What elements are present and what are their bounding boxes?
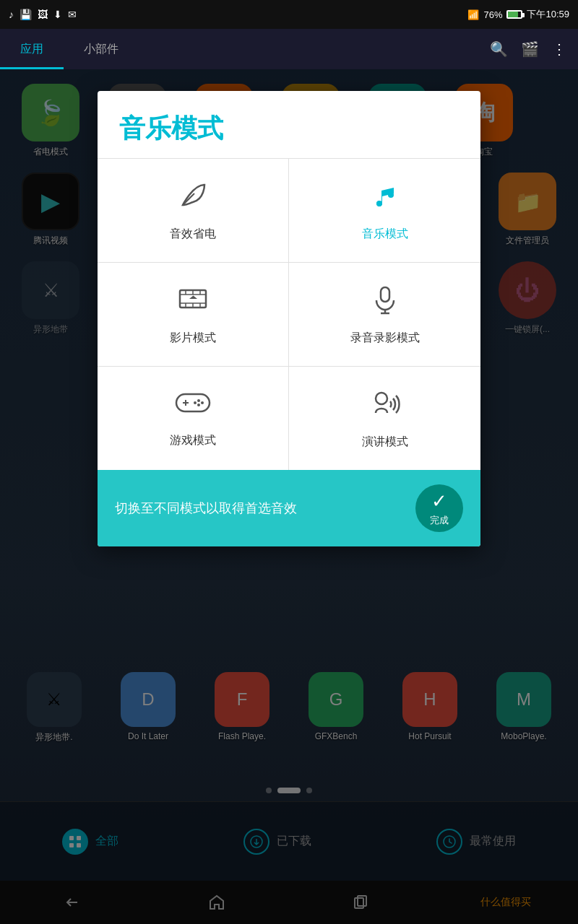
more-icon[interactable]: ⋮	[552, 40, 566, 58]
film-icon	[177, 283, 209, 322]
battery-icon	[506, 10, 522, 19]
image-icon: 🖼	[38, 9, 48, 20]
confirm-button[interactable]: ✓ 完成	[415, 484, 463, 532]
microphone-icon	[369, 283, 401, 322]
svg-rect-13	[381, 287, 389, 302]
done-label: 完成	[430, 514, 449, 527]
option-label-2: 音乐模式	[362, 227, 408, 242]
speaker-icon	[367, 387, 403, 426]
tab-bar: 应用 小部件 🔍 🎬 ⋮	[0, 29, 578, 69]
svg-rect-16	[176, 394, 210, 411]
download-icon: ⬇	[53, 9, 62, 20]
option-label-5: 游戏模式	[170, 433, 216, 448]
svg-point-1	[376, 201, 382, 206]
svg-marker-12	[189, 296, 197, 300]
option-save-power[interactable]: 音效省电	[98, 159, 289, 263]
status-right: 📶 76% 下午10:59	[467, 8, 569, 21]
option-label-6: 演讲模式	[362, 435, 408, 450]
dialog-footer: 切换至不同模式以取得首选音效 ✓ 完成	[98, 470, 480, 546]
option-game-mode[interactable]: 游戏模式	[98, 367, 289, 470]
tab-actions: 🔍 🎬 ⋮	[490, 40, 578, 58]
leaf-icon	[177, 179, 209, 218]
mail-icon: ✉	[68, 9, 77, 20]
option-record-mode[interactable]: 录音录影模式	[289, 263, 480, 367]
svg-point-22	[194, 401, 197, 404]
sd-icon: 💾	[20, 9, 32, 20]
music-icon: ♪	[9, 9, 14, 20]
status-icons-left: ♪ 💾 🖼 ⬇ ✉	[9, 9, 77, 20]
tab-apps[interactable]: 应用	[0, 29, 64, 69]
dialog-options: 音效省电 音乐模式	[98, 159, 480, 470]
option-presentation-mode[interactable]: 演讲模式	[289, 367, 480, 470]
svg-point-20	[201, 401, 204, 404]
option-film-mode[interactable]: 影片模式	[98, 263, 289, 367]
option-music-mode[interactable]: 音乐模式	[289, 159, 480, 263]
dialog-title: 音乐模式	[98, 91, 480, 159]
main-area: 🍃 省电模式 🕙 搜狐视频 📋 😊	[0, 69, 578, 924]
svg-point-2	[388, 192, 394, 198]
check-icon: ✓	[431, 490, 447, 513]
svg-point-23	[376, 393, 387, 404]
music-note-icon	[369, 179, 401, 218]
option-label-4: 录音录影模式	[350, 331, 420, 346]
status-bar: ♪ 💾 🖼 ⬇ ✉ 📶 76% 下午10:59	[0, 0, 578, 29]
search-icon[interactable]: 🔍	[490, 40, 508, 58]
svg-point-19	[197, 399, 200, 402]
footer-text: 切换至不同模式以取得首选音效	[115, 500, 297, 517]
wifi-icon: 📶	[467, 9, 479, 20]
battery-percent: 76%	[483, 9, 502, 20]
time-display: 下午10:59	[527, 8, 569, 21]
tab-widgets[interactable]: 小部件	[64, 29, 139, 69]
store-icon[interactable]: 🎬	[521, 40, 539, 58]
option-label-1: 音效省电	[170, 227, 216, 242]
option-label-3: 影片模式	[170, 331, 216, 346]
modal-overlay: 音乐模式 音效省电	[0, 69, 578, 924]
gamepad-icon	[175, 388, 211, 424]
svg-point-21	[197, 404, 200, 406]
sound-mode-dialog: 音乐模式 音效省电	[98, 91, 480, 546]
